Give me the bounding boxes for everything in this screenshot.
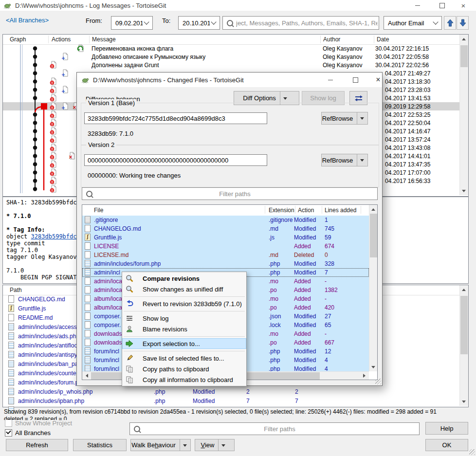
commit-sha-link[interactable]: 3283db599bfdc7 <box>31 233 80 240</box>
menu-item-copy-all-information-to-clipboard[interactable]: Copy all information to clipboard <box>122 374 246 385</box>
changed-file-row[interactable]: Gruntfile.js.jsModified59 <box>82 233 369 242</box>
dialog-maximize-button[interactable] <box>345 73 366 87</box>
path-row[interactable]: admin/includes/ip_whois.php.phpModified2… <box>3 387 459 397</box>
doc-file-icon <box>8 295 14 303</box>
dropdown-arrow-icon[interactable] <box>221 444 225 449</box>
file-cell: - <box>325 278 327 285</box>
column-actions[interactable]: Actions <box>52 36 71 43</box>
column-date[interactable]: Date <box>377 36 389 43</box>
search-box[interactable] <box>222 16 379 30</box>
menu-item-save-list-of-selected-files-to[interactable]: Save list of selected files to... <box>122 353 246 364</box>
commit-date: 04.2017 21:49:27 <box>375 70 470 77</box>
filter-paths-box[interactable] <box>129 422 420 435</box>
version1-caption: 3283db59: 7.1.0 <box>88 130 133 137</box>
file-name: forum/incl <box>94 348 119 355</box>
commit-date: 30.04.2017 22:05:58 <box>375 54 460 60</box>
path-scrollbar[interactable] <box>459 285 468 406</box>
dialog-close-button[interactable]: × <box>368 73 388 87</box>
column-path[interactable]: Path <box>10 287 22 293</box>
changed-file-row[interactable]: LICENSE.md.mdDeleted0 <box>82 251 369 259</box>
path-cell: 2 <box>295 388 298 395</box>
menu-item-show-log[interactable]: Show log <box>122 313 246 324</box>
file-cell: .po <box>269 287 277 293</box>
version1-input[interactable] <box>84 112 267 124</box>
maximize-button[interactable] <box>433 0 451 11</box>
commit-message: Переименована иконка флага <box>92 45 318 52</box>
chevron-down-icon <box>433 19 438 24</box>
menu-item-show-changes-as-unified-diff[interactable]: Show changes as unified diff <box>122 284 246 294</box>
menu-item-label: Copy paths to clipboard <box>143 365 209 373</box>
path-row[interactable]: admin/includes/ipban.php.phpModified77 <box>3 397 459 406</box>
refresh-button[interactable]: Refresh <box>6 439 68 451</box>
version2-refbrowse-button[interactable]: RefBrowse <box>321 154 368 166</box>
dialog-resize-grip[interactable] <box>375 379 381 384</box>
arrow-down-icon <box>459 19 466 27</box>
php-file-icon <box>8 369 14 377</box>
minimize-button[interactable] <box>409 0 426 11</box>
version1-refbrowse-button[interactable]: RefBrowse <box>321 112 368 125</box>
dialog-filter-paths-box[interactable] <box>82 187 378 200</box>
column-lines-added[interactable]: Lines added <box>325 207 356 214</box>
show-whole-project-checkbox[interactable]: Show Whole Project <box>5 420 72 427</box>
menu-item-revert-to-revision-3283db59-7-1-0[interactable]: Revert to revision 3283db59 (7.1.0) <box>122 298 246 309</box>
log-scrollbar[interactable] <box>459 35 468 195</box>
file-cell: 1382 <box>325 287 338 293</box>
doc-file-icon <box>85 286 91 293</box>
dropdown-arrow-icon[interactable] <box>183 444 187 449</box>
all-branches-checkbox[interactable]: All Branches <box>5 429 51 437</box>
dropdown-arrow-icon[interactable] <box>360 159 364 164</box>
file-path: admin/includes/ipban.php <box>18 398 84 404</box>
ok-button[interactable]: OK <box>425 439 468 451</box>
walk-behaviour-button[interactable]: Walk Behaviour <box>130 439 191 451</box>
changed-file-row[interactable]: LICENSEAdded674 <box>82 242 369 251</box>
version2-input[interactable] <box>84 154 267 166</box>
menu-item-blame-revisions[interactable]: Blame revisions <box>122 324 246 334</box>
changed-file-row[interactable]: admin/includes/forum.php.phpModified328 <box>82 259 369 268</box>
column-author[interactable]: Author <box>323 36 340 43</box>
path-cell: 7 <box>295 398 298 404</box>
file-path: admin/includes/forum.p <box>18 379 78 386</box>
file-cell: Added <box>294 339 311 346</box>
context-menu: Compare revisionsShow changes as unified… <box>122 272 247 386</box>
all-branches-link[interactable]: <All Branches> <box>6 17 49 24</box>
filter-paths-input[interactable] <box>140 425 419 433</box>
log-row[interactable]: !Дополнены задачи GruntOleg Kasyanov30.0… <box>3 61 459 69</box>
menu-item-copy-paths-to-clipboard[interactable]: Copy paths to clipboard <box>122 364 246 374</box>
dialog-filter-paths-input[interactable] <box>92 190 377 198</box>
file-name: downloads <box>94 339 122 346</box>
find-next-button[interactable] <box>457 16 469 30</box>
find-previous-button[interactable] <box>444 16 456 30</box>
search-input[interactable] <box>235 19 379 27</box>
log-row[interactable]: +Добавлено описание к Румынскому языкуOl… <box>3 53 459 61</box>
column-extension[interactable]: Extension <box>269 207 294 214</box>
help-button[interactable]: Help <box>425 422 468 435</box>
column-graph[interactable]: Graph <box>10 36 26 43</box>
close-button[interactable]: × <box>455 0 472 11</box>
file-name: forum/incl <box>94 357 119 364</box>
statistics-button[interactable]: Statistics <box>73 439 127 451</box>
path-cell: Modified <box>193 388 215 395</box>
from-date-combo[interactable]: 09.02.2015 <box>111 16 153 30</box>
file-cell: .js <box>269 234 275 241</box>
view-button[interactable]: View <box>195 439 235 451</box>
file-path: admin/includes/ban_pa <box>18 361 78 367</box>
menu-item-export-selection-to[interactable]: Export selection to... <box>122 338 246 349</box>
changed-file-row[interactable]: .gitignore.gitignoreModified1 <box>82 216 369 224</box>
column-file[interactable]: File <box>94 207 103 214</box>
column-action[interactable]: Action <box>298 207 314 214</box>
file-list-vscrollbar[interactable] <box>369 205 378 371</box>
menu-item-compare-revisions[interactable]: Compare revisions <box>122 273 246 284</box>
dropdown-arrow-icon[interactable] <box>283 97 287 102</box>
commit-date: 04.2017 13:18:30 <box>375 78 470 85</box>
window-resize-grip[interactable] <box>469 449 475 455</box>
log-row[interactable]: Переименована иконка флагаOleg Kasyanov3… <box>3 44 459 53</box>
dialog-minimize-button[interactable] <box>320 73 341 87</box>
dropdown-arrow-icon[interactable] <box>360 117 364 122</box>
doc-file-icon <box>85 304 91 311</box>
changed-file-row[interactable]: CHANGELOG.md.mdModified745 <box>82 224 369 233</box>
search-field-select[interactable]: Author Email <box>384 16 442 30</box>
file-path: CHANGELOG.md <box>18 296 65 303</box>
path-cell: 2 <box>246 388 250 395</box>
to-date-combo[interactable]: 20.10.2019 <box>178 16 220 30</box>
column-message[interactable]: Message <box>92 36 116 43</box>
